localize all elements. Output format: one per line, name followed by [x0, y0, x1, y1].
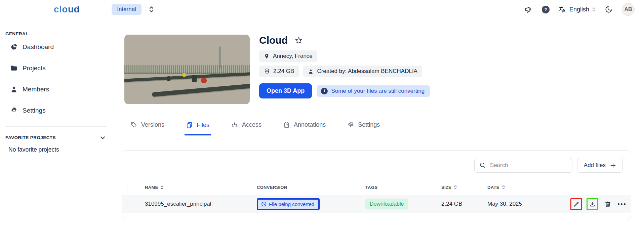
sidebar-divider	[5, 126, 107, 127]
download-icon	[589, 201, 596, 208]
thumbnail-yellow-valve	[182, 73, 186, 77]
location-text: Annecy, France	[273, 53, 313, 59]
location-badge: Annecy, France	[259, 50, 317, 62]
gear-icon	[10, 107, 18, 114]
project-thumbnail[interactable]	[124, 35, 250, 104]
thumbnail-fitting	[167, 76, 170, 81]
thumbnail-fence	[124, 65, 250, 74]
translate-icon	[559, 5, 567, 13]
project-tabs: Versions Files	[126, 121, 634, 135]
converting-notice: i Some of your files are still convertin…	[317, 85, 430, 97]
sort-icon	[502, 185, 505, 190]
column-date[interactable]: DATE	[487, 185, 568, 190]
sidebar-section-general: GENERAL	[5, 31, 114, 36]
column-conversion: CONVERSION	[257, 185, 365, 190]
add-files-label: Add files	[584, 162, 606, 169]
files-toolbar: Add files	[122, 151, 631, 179]
announcements-icon[interactable]	[524, 5, 533, 14]
sidebar-section-favorites[interactable]: FAVORITE PROJECTS	[0, 135, 114, 140]
tab-annotations[interactable]: Annotations	[282, 121, 327, 135]
tag-icon	[130, 121, 137, 128]
workspace-badge[interactable]: Internal	[112, 4, 142, 15]
tab-files[interactable]: Files	[185, 121, 211, 135]
pie-chart-icon	[10, 43, 18, 51]
tab-versions[interactable]: Versions	[129, 121, 166, 135]
people-icon	[231, 121, 238, 128]
files-icon	[186, 122, 193, 129]
select-all-checkbox[interactable]	[127, 185, 127, 190]
tab-access[interactable]: Access	[230, 121, 263, 135]
thumbnail-fitting	[192, 75, 197, 82]
sort-icon	[454, 185, 457, 190]
favorites-title: FAVORITE PROJECTS	[5, 135, 56, 140]
workspace-switch-icon[interactable]	[149, 6, 154, 13]
tab-settings[interactable]: Settings	[346, 121, 381, 135]
dark-mode-icon[interactable]	[605, 5, 613, 13]
tab-label: Access	[242, 121, 261, 128]
sidebar-item-dashboard[interactable]: Dashboard	[0, 36, 114, 57]
size-badge: 2.24 GB	[259, 66, 299, 77]
gear-icon	[347, 121, 354, 128]
conversion-status-badge: File being converted	[258, 200, 318, 209]
pencil-icon	[573, 201, 580, 208]
search-box	[474, 158, 572, 173]
user-avatar[interactable]: AB	[622, 3, 635, 16]
thumbnail-red-valve	[201, 78, 207, 83]
sidebar-item-projects[interactable]: Projects	[0, 57, 114, 79]
info-icon: i	[321, 88, 328, 94]
sidebar-item-label: Dashboard	[23, 43, 54, 51]
row-actions	[568, 198, 626, 210]
more-actions-button[interactable]	[617, 201, 626, 207]
project-header: Cloud	[124, 35, 644, 104]
file-date: May 30, 2025	[487, 201, 568, 207]
file-name[interactable]: 310995_escalier_principal	[145, 201, 257, 207]
project-title: Cloud	[259, 35, 288, 46]
thumbnail-pipe	[152, 84, 250, 97]
column-name[interactable]: NAME	[145, 185, 257, 190]
table-header: NAME CONVERSION TAGS SIZE DATE	[122, 179, 631, 195]
top-bar: cloud Internal ?	[0, 0, 644, 19]
language-selector[interactable]: English	[559, 5, 596, 13]
column-label: DATE	[487, 185, 499, 190]
tab-label: Settings	[358, 121, 380, 128]
download-button[interactable]	[587, 198, 598, 210]
main-content: Cloud	[114, 19, 644, 245]
tab-label: Files	[197, 122, 209, 129]
sort-icon	[160, 185, 164, 190]
workspace-selector: Internal	[112, 4, 154, 15]
clock-icon	[261, 201, 267, 207]
chevron-down-icon	[100, 135, 106, 140]
files-panel: Add files NAME CONVERSION	[122, 150, 631, 220]
app-window: cloud Internal ?	[0, 0, 644, 245]
help-icon[interactable]: ?	[542, 6, 550, 13]
sidebar-item-settings[interactable]: Settings	[0, 100, 114, 121]
column-label: CONVERSION	[257, 185, 287, 190]
map-pin-icon	[264, 53, 270, 59]
add-files-button[interactable]: Add files	[577, 158, 623, 173]
person-icon	[308, 69, 314, 74]
delete-button[interactable]	[603, 199, 613, 209]
search-input[interactable]	[474, 158, 572, 173]
search-icon	[479, 162, 486, 169]
favorite-star-icon[interactable]	[294, 36, 303, 45]
sidebar-item-label: Settings	[23, 107, 46, 114]
column-label: TAGS	[365, 185, 377, 190]
annotation-box-blue: File being converted	[257, 198, 320, 210]
creator-text: Created by: Abdessalam BENCHADLIA	[317, 68, 417, 75]
file-size: 2.24 GB	[441, 201, 487, 207]
sidebar-item-members[interactable]: Members	[0, 79, 114, 100]
language-label: English	[569, 6, 589, 13]
folder-icon	[10, 64, 18, 72]
open-3d-app-button[interactable]: Open 3D App	[259, 83, 312, 98]
language-chevron-icon	[592, 7, 596, 12]
downloadable-tag: Downloadable	[365, 199, 408, 209]
size-text: 2.24 GB	[273, 68, 294, 75]
column-size[interactable]: SIZE	[441, 185, 487, 190]
sidebar: GENERAL Dashboard Projects	[0, 19, 114, 245]
sidebar-item-label: Members	[23, 86, 49, 93]
app-logo: cloud	[54, 4, 80, 15]
row-checkbox[interactable]	[127, 201, 127, 207]
plus-icon	[610, 162, 616, 168]
column-label: SIZE	[441, 185, 451, 190]
edit-button[interactable]	[570, 198, 582, 210]
